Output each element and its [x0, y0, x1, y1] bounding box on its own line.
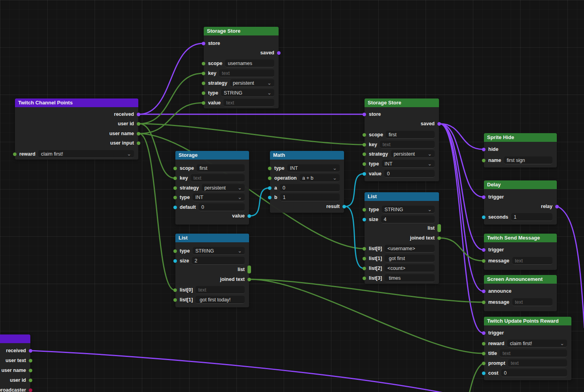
node-header-twitch-update-points-reward[interactable]: Twitch Update Points Reward	[484, 317, 571, 325]
node-header-math[interactable]: Math	[270, 151, 344, 160]
port-joined-text-green[interactable]	[247, 278, 251, 281]
key-input[interactable]: text	[380, 141, 435, 149]
port-list-green[interactable]	[247, 266, 251, 273]
list-0-input[interactable]: text	[195, 286, 245, 294]
value-input[interactable]: text	[223, 99, 274, 107]
node-header-storage-store-top[interactable]: Storage Store	[204, 27, 279, 35]
port-value-cyan[interactable]	[247, 214, 251, 218]
port-reward-green[interactable]	[13, 152, 17, 156]
port-scope-green[interactable]	[202, 62, 205, 65]
port-b-cyan[interactable]	[268, 196, 272, 199]
operation-dropdown[interactable]: a + b⌄	[299, 174, 340, 182]
port-list-green[interactable]	[437, 224, 441, 232]
port-store-purple[interactable]	[202, 42, 205, 45]
size-input[interactable]: 2	[192, 257, 245, 265]
port-reward-green[interactable]	[482, 342, 485, 346]
node-graph-canvas[interactable]: Storage Storestoresavedscopeusernameskey…	[0, 0, 584, 392]
port-list-0-green[interactable]	[173, 288, 177, 292]
port-prompt-green[interactable]	[482, 362, 485, 365]
port-user-input-green[interactable]	[137, 141, 140, 145]
list-3-input[interactable]: times	[385, 274, 435, 282]
port-message-green[interactable]	[482, 301, 485, 304]
type-dropdown[interactable]: STRING⌄	[382, 206, 435, 214]
port-result-cyan[interactable]	[342, 205, 346, 208]
port-type-green[interactable]	[268, 167, 272, 170]
port-type-green[interactable]	[202, 91, 205, 95]
port-seconds-cyan[interactable]	[482, 216, 485, 219]
port-trigger-purple[interactable]	[482, 331, 485, 335]
cost-input[interactable]: 0	[501, 369, 567, 377]
port-key-green[interactable]	[363, 143, 366, 147]
b-input[interactable]: 1	[280, 193, 340, 201]
port-list-1-green[interactable]	[173, 298, 177, 302]
port-type-green[interactable]	[363, 208, 366, 212]
port-list-3-green[interactable]	[363, 277, 366, 280]
port-user-text-green[interactable]	[29, 359, 32, 362]
size-input[interactable]: 4	[381, 216, 435, 223]
port-operation-green[interactable]	[268, 176, 272, 180]
prompt-input[interactable]: text	[508, 359, 567, 367]
node-header-sprite-hide[interactable]: Sprite Hide	[484, 133, 557, 142]
port-list-2-green[interactable]	[363, 267, 366, 270]
port-value-green[interactable]	[202, 101, 205, 105]
port-received-purple[interactable]	[137, 113, 140, 116]
scope-input[interactable]: first	[386, 131, 435, 139]
port-strategy-green[interactable]	[173, 186, 177, 190]
message-input[interactable]: text	[512, 298, 552, 306]
scope-input[interactable]: first	[197, 164, 245, 172]
port-type-green[interactable]	[173, 249, 177, 253]
type-dropdown[interactable]: STRING⌄	[193, 247, 245, 255]
port-title-green[interactable]	[482, 352, 485, 355]
port-value-cyan[interactable]	[363, 172, 366, 176]
port-a-cyan[interactable]	[268, 186, 272, 190]
reward-dropdown[interactable]: claim first!⌄	[507, 340, 567, 347]
port-strategy-green[interactable]	[202, 82, 205, 85]
list-1-input[interactable]: got first	[385, 255, 435, 262]
port-default-cyan[interactable]	[173, 206, 177, 209]
port-size-cyan[interactable]	[173, 259, 177, 263]
port-user-id-green[interactable]	[137, 122, 140, 126]
strategy-dropdown[interactable]: persistent⌄	[202, 184, 245, 192]
key-input[interactable]: text	[219, 69, 274, 77]
port-strategy-green[interactable]	[363, 152, 366, 156]
strategy-dropdown[interactable]: persistent⌄	[391, 150, 435, 158]
port-joined-text-green[interactable]	[437, 236, 441, 240]
port-list-0-green[interactable]	[363, 247, 366, 251]
node-header-screen-announcement[interactable]: Screen Announcement	[484, 275, 557, 284]
node-header-twitch-channel-points[interactable]: Twitch Channel Points	[15, 98, 138, 107]
port-hide-purple[interactable]	[482, 148, 485, 151]
scope-input[interactable]: usernames	[225, 59, 274, 67]
node-header-delay[interactable]: Delay	[484, 180, 557, 189]
a-input[interactable]: 0	[280, 184, 340, 192]
port-saved-purple[interactable]	[277, 51, 281, 55]
port-size-cyan[interactable]	[363, 218, 366, 221]
value-input[interactable]: 0	[384, 170, 435, 178]
port-trigger-purple[interactable]	[482, 248, 485, 252]
list-0-input[interactable]: <username>	[385, 245, 435, 253]
port-message-green[interactable]	[482, 259, 485, 263]
node-header-storage[interactable]: Storage	[175, 151, 249, 160]
message-input[interactable]: text	[512, 257, 552, 265]
port-cost-cyan[interactable]	[482, 372, 485, 375]
name-input[interactable]: first sign	[504, 156, 552, 164]
port-saved-purple[interactable]	[437, 122, 441, 126]
node-header-twitch-partial-bottom-left[interactable]	[0, 334, 30, 343]
port-type-green[interactable]	[363, 162, 366, 166]
port-key-green[interactable]	[173, 176, 177, 180]
node-header-list-right[interactable]: List	[365, 192, 439, 201]
port-announce-purple[interactable]	[482, 290, 485, 293]
port-key-green[interactable]	[202, 72, 205, 75]
port-store-purple[interactable]	[363, 113, 366, 116]
port-name-green[interactable]	[482, 159, 485, 162]
port-scope-green[interactable]	[173, 167, 177, 170]
port-received-purple[interactable]	[29, 349, 32, 353]
port-trigger-purple[interactable]	[482, 195, 485, 199]
port-relay-purple[interactable]	[555, 205, 559, 208]
type-dropdown[interactable]: INT⌄	[193, 193, 245, 201]
port-scope-green[interactable]	[363, 133, 366, 137]
title-input[interactable]: text	[500, 349, 567, 357]
node-header-storage-store-right[interactable]: Storage Store	[365, 98, 439, 107]
port-list-1-green[interactable]	[363, 257, 366, 260]
type-dropdown[interactable]: INT⌄	[287, 164, 340, 172]
reward-dropdown[interactable]: claim first!⌄	[38, 150, 134, 158]
